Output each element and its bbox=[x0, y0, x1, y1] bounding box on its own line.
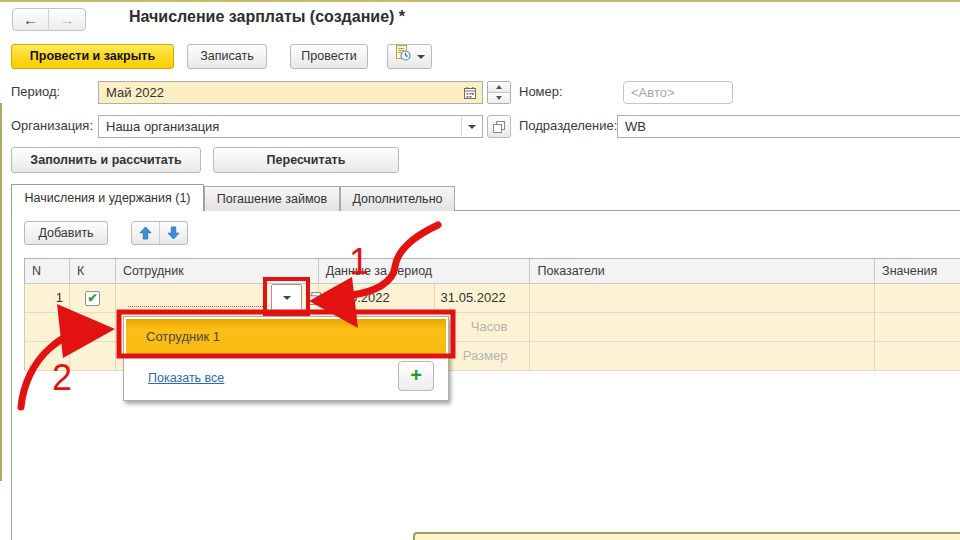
chevron-down-icon bbox=[283, 296, 291, 300]
empty-cell bbox=[70, 342, 116, 370]
col-header-values[interactable]: Значения bbox=[875, 259, 960, 283]
employee-dropdown-button[interactable] bbox=[271, 284, 302, 311]
save-button[interactable]: Записать bbox=[187, 44, 267, 69]
add-row-button[interactable]: Добавить bbox=[24, 221, 108, 245]
calendar-icon[interactable] bbox=[460, 83, 480, 102]
app-window: ← → Начисление зарплаты (создание) * Про… bbox=[0, 0, 960, 540]
chevron-down-icon bbox=[468, 125, 476, 129]
indicators-cell[interactable] bbox=[530, 284, 875, 312]
values-cell[interactable] bbox=[875, 284, 960, 312]
post-and-close-button[interactable]: Провести и закрыть bbox=[11, 44, 174, 69]
employee-open-button[interactable] bbox=[308, 291, 321, 309]
tab-accruals-deductions[interactable]: Начисления и удержания (1) bbox=[11, 184, 204, 211]
open-windows-icon bbox=[493, 121, 505, 133]
post-button[interactable]: Провести bbox=[290, 44, 368, 69]
organization-dropdown-button[interactable] bbox=[461, 116, 482, 137]
col-header-period-data[interactable]: Данные за период bbox=[319, 259, 531, 283]
window-frame-left-border bbox=[0, 103, 2, 481]
empty-cell bbox=[25, 342, 70, 370]
back-button[interactable]: ← bbox=[13, 9, 49, 30]
forward-arrow-icon: → bbox=[60, 11, 75, 28]
number-label: Номер: bbox=[519, 84, 563, 99]
empty-cell bbox=[25, 313, 70, 341]
tab-loan-repayment[interactable]: Погашение займов bbox=[204, 186, 340, 211]
indicators-cell[interactable] bbox=[530, 342, 875, 370]
date-to-cell[interactable]: 31.05.2022 bbox=[435, 284, 531, 312]
history-nav-group: ← → bbox=[12, 8, 86, 31]
arrow-down-icon bbox=[167, 226, 180, 240]
tab-additional[interactable]: Дополнительно bbox=[340, 186, 455, 211]
move-up-button[interactable] bbox=[132, 222, 160, 244]
row-checkbox[interactable]: ✔ bbox=[85, 291, 100, 306]
organization-label: Организация: bbox=[11, 118, 93, 133]
bottom-panel-edge bbox=[413, 532, 960, 540]
employee-dropdown-popup: Сотрудник 1 Показать все + bbox=[123, 316, 449, 401]
fill-and-calculate-button[interactable]: Заполнить и рассчитать bbox=[11, 147, 201, 173]
organization-open-button[interactable] bbox=[487, 115, 511, 138]
show-all-link[interactable]: Показать все bbox=[148, 371, 224, 385]
employee-field-underline bbox=[128, 306, 263, 307]
period-value: Май 2022 bbox=[106, 85, 164, 100]
values-cell[interactable] bbox=[875, 342, 960, 370]
organization-input[interactable]: Наша организация bbox=[98, 115, 483, 138]
table-row[interactable]: 1 ✔ 01.05.2022 31.05.2022 bbox=[24, 284, 960, 313]
col-header-indicators[interactable]: Показатели bbox=[530, 259, 875, 283]
document-clock-icon bbox=[394, 44, 412, 70]
back-arrow-icon: ← bbox=[23, 11, 38, 28]
row-check-cell: ✔ bbox=[70, 284, 116, 312]
department-label: Подразделение: bbox=[519, 118, 617, 133]
window-frame-top-border bbox=[0, 0, 960, 2]
posting-reports-menu-button[interactable] bbox=[387, 44, 432, 69]
move-row-group bbox=[131, 221, 188, 245]
organization-value: Наша организация bbox=[106, 119, 219, 134]
dropdown-item-employee-1[interactable]: Сотрудник 1 bbox=[126, 319, 446, 355]
department-value: WB bbox=[625, 119, 646, 134]
recalculate-button[interactable]: Пересчитать bbox=[213, 147, 399, 173]
forward-button[interactable]: → bbox=[49, 9, 85, 30]
table-header-row: N К Сотрудник Данные за период Показател… bbox=[24, 258, 960, 284]
page-title: Начисление зарплаты (создание) * bbox=[129, 8, 405, 26]
plus-icon: + bbox=[410, 364, 422, 386]
move-down-button[interactable] bbox=[160, 222, 187, 244]
spinner-up-button[interactable] bbox=[488, 82, 510, 93]
chevron-down-icon bbox=[417, 55, 425, 59]
col-header-n[interactable]: N bbox=[25, 259, 70, 283]
period-label: Период: bbox=[11, 84, 60, 99]
row-number-cell: 1 bbox=[25, 284, 70, 312]
open-windows-icon bbox=[308, 292, 321, 305]
number-input[interactable]: <Авто> bbox=[623, 81, 733, 104]
arrow-up-icon bbox=[139, 226, 152, 240]
period-spinner bbox=[487, 81, 511, 104]
spinner-down-button[interactable] bbox=[488, 93, 510, 103]
values-cell[interactable] bbox=[875, 313, 960, 341]
checkmark-icon: ✔ bbox=[87, 292, 97, 304]
spinner-down-icon bbox=[496, 96, 502, 100]
number-placeholder: <Авто> bbox=[631, 85, 675, 100]
col-header-employee[interactable]: Сотрудник bbox=[116, 259, 319, 283]
indicators-cell[interactable] bbox=[530, 313, 875, 341]
empty-cell bbox=[70, 313, 116, 341]
date-from-cell[interactable]: 01.05.2022 bbox=[319, 284, 435, 312]
period-input[interactable]: Май 2022 bbox=[98, 81, 483, 104]
spinner-up-icon bbox=[496, 85, 502, 89]
col-header-k[interactable]: К bbox=[70, 259, 116, 283]
department-input[interactable]: WB bbox=[617, 115, 960, 138]
create-new-button[interactable]: + bbox=[398, 361, 434, 391]
